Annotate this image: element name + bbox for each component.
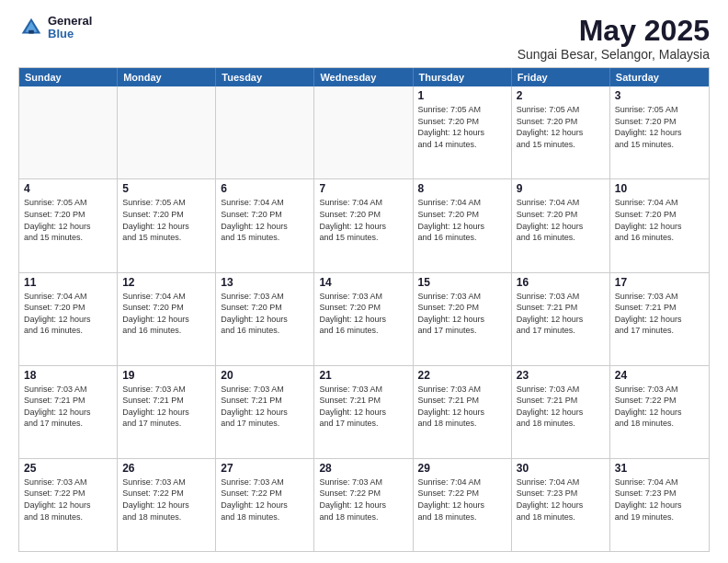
- calendar-day-2: 2Sunrise: 7:05 AMSunset: 7:20 PMDaylight…: [512, 86, 610, 178]
- cell-info-text: Sunrise: 7:03 AM: [517, 384, 605, 396]
- cell-info-text: Daylight: 12 hours: [418, 500, 506, 511]
- cell-info-text: and 18 minutes.: [122, 511, 210, 523]
- cell-info-text: Sunset: 7:20 PM: [319, 302, 407, 314]
- header-day-thursday: Thursday: [414, 68, 512, 86]
- cell-info-text: Sunset: 7:20 PM: [615, 209, 704, 221]
- cell-info-text: Sunset: 7:20 PM: [24, 302, 112, 314]
- calendar-day-4: 4Sunrise: 7:05 AMSunset: 7:20 PMDaylight…: [19, 179, 118, 271]
- calendar-day-16: 16Sunrise: 7:03 AMSunset: 7:21 PMDayligh…: [512, 273, 610, 365]
- cell-info-text: and 18 minutes.: [221, 511, 309, 523]
- cell-info-text: and 15 minutes.: [615, 139, 704, 151]
- cell-info-text: Daylight: 12 hours: [24, 221, 112, 233]
- cell-info-text: Daylight: 12 hours: [615, 221, 704, 233]
- day-number: 11: [24, 276, 112, 289]
- day-number: 26: [122, 462, 210, 475]
- cell-info-text: Sunrise: 7:05 AM: [122, 197, 210, 209]
- cell-info-text: Sunrise: 7:03 AM: [24, 384, 112, 396]
- cell-info-text: Daylight: 12 hours: [319, 314, 407, 326]
- cell-info-text: and 16 minutes.: [418, 232, 506, 244]
- cell-info-text: Sunset: 7:20 PM: [319, 209, 407, 221]
- cell-info-text: Daylight: 12 hours: [517, 221, 605, 233]
- day-number: 4: [24, 182, 112, 195]
- cell-info-text: Sunrise: 7:03 AM: [615, 384, 704, 396]
- day-number: 21: [319, 369, 407, 382]
- cell-info-text: Daylight: 12 hours: [122, 407, 210, 419]
- cell-info-text: Sunset: 7:20 PM: [221, 209, 309, 221]
- calendar-day-12: 12Sunrise: 7:04 AMSunset: 7:20 PMDayligh…: [118, 273, 216, 365]
- cell-info-text: Daylight: 12 hours: [517, 407, 605, 419]
- cell-info-text: Sunrise: 7:04 AM: [517, 197, 605, 209]
- cell-info-text: and 16 minutes.: [319, 325, 407, 337]
- title-block: May 2025 Sungai Besar, Selangor, Malaysi…: [518, 15, 710, 62]
- cell-info-text: Daylight: 12 hours: [615, 407, 704, 419]
- day-number: 25: [24, 462, 112, 475]
- calendar-empty-cell: [118, 86, 216, 178]
- cell-info-text: Sunset: 7:20 PM: [122, 302, 210, 314]
- day-number: 22: [418, 369, 506, 382]
- cell-info-text: and 17 minutes.: [418, 325, 506, 337]
- cell-info-text: Daylight: 12 hours: [615, 500, 704, 511]
- cell-info-text: and 18 minutes.: [418, 511, 506, 523]
- calendar-day-18: 18Sunrise: 7:03 AMSunset: 7:21 PMDayligh…: [19, 366, 118, 458]
- calendar-day-19: 19Sunrise: 7:03 AMSunset: 7:21 PMDayligh…: [118, 366, 216, 458]
- cell-info-text: Sunrise: 7:04 AM: [319, 197, 407, 209]
- cell-info-text: Sunrise: 7:04 AM: [615, 477, 704, 488]
- cell-info-text: Daylight: 12 hours: [122, 500, 210, 511]
- cell-info-text: and 15 minutes.: [319, 232, 407, 244]
- cell-info-text: and 17 minutes.: [122, 418, 210, 430]
- cell-info-text: Daylight: 12 hours: [615, 314, 704, 326]
- day-number: 27: [221, 462, 309, 475]
- cell-info-text: and 18 minutes.: [418, 418, 506, 430]
- cell-info-text: and 18 minutes.: [517, 418, 605, 430]
- cell-info-text: Sunrise: 7:05 AM: [517, 104, 605, 116]
- cell-info-text: Sunrise: 7:03 AM: [517, 291, 605, 303]
- logo-general-text: General: [48, 15, 92, 28]
- day-number: 9: [517, 182, 605, 195]
- cell-info-text: Daylight: 12 hours: [319, 500, 407, 511]
- cell-info-text: Daylight: 12 hours: [221, 500, 309, 511]
- day-number: 31: [615, 462, 704, 475]
- cell-info-text: Sunrise: 7:04 AM: [24, 291, 112, 303]
- day-number: 8: [418, 182, 506, 195]
- calendar-day-29: 29Sunrise: 7:04 AMSunset: 7:22 PMDayligh…: [414, 459, 512, 551]
- logo-icon: [18, 15, 44, 40]
- calendar-day-11: 11Sunrise: 7:04 AMSunset: 7:20 PMDayligh…: [19, 273, 118, 365]
- cell-info-text: Daylight: 12 hours: [517, 500, 605, 511]
- cell-info-text: Daylight: 12 hours: [319, 407, 407, 419]
- cell-info-text: Sunrise: 7:03 AM: [615, 291, 704, 303]
- day-number: 18: [24, 369, 112, 382]
- cell-info-text: Sunrise: 7:05 AM: [24, 197, 112, 209]
- cell-info-text: Daylight: 12 hours: [24, 407, 112, 419]
- day-number: 19: [122, 369, 210, 382]
- calendar-day-9: 9Sunrise: 7:04 AMSunset: 7:20 PMDaylight…: [512, 179, 610, 271]
- day-number: 6: [221, 182, 309, 195]
- cell-info-text: Sunset: 7:20 PM: [418, 116, 506, 128]
- cell-info-text: and 17 minutes.: [319, 418, 407, 430]
- cell-info-text: Daylight: 12 hours: [517, 314, 605, 326]
- day-number: 23: [517, 369, 605, 382]
- cell-info-text: Sunset: 7:20 PM: [221, 302, 309, 314]
- cell-info-text: Daylight: 12 hours: [615, 127, 704, 139]
- logo-blue-text: Blue: [48, 28, 92, 40]
- cell-info-text: and 16 minutes.: [24, 325, 112, 337]
- cell-info-text: Sunset: 7:23 PM: [615, 488, 704, 500]
- cell-info-text: Sunrise: 7:03 AM: [24, 477, 112, 488]
- calendar-day-21: 21Sunrise: 7:03 AMSunset: 7:21 PMDayligh…: [314, 366, 413, 458]
- calendar-empty-cell: [314, 86, 413, 178]
- cell-info-text: Daylight: 12 hours: [122, 221, 210, 233]
- day-number: 10: [615, 182, 704, 195]
- cell-info-text: Sunset: 7:22 PM: [418, 488, 506, 500]
- header-day-tuesday: Tuesday: [216, 68, 314, 86]
- cell-info-text: Daylight: 12 hours: [418, 314, 506, 326]
- cell-info-text: Sunrise: 7:04 AM: [517, 477, 605, 488]
- cell-info-text: Daylight: 12 hours: [418, 127, 506, 139]
- header-day-sunday: Sunday: [19, 68, 118, 86]
- calendar-day-26: 26Sunrise: 7:03 AMSunset: 7:22 PMDayligh…: [118, 459, 216, 551]
- main-title: May 2025: [518, 15, 710, 47]
- calendar-day-23: 23Sunrise: 7:03 AMSunset: 7:21 PMDayligh…: [512, 366, 610, 458]
- cell-info-text: and 14 minutes.: [418, 139, 506, 151]
- cell-info-text: Daylight: 12 hours: [122, 314, 210, 326]
- cell-info-text: and 16 minutes.: [122, 325, 210, 337]
- calendar-body: 1Sunrise: 7:05 AMSunset: 7:20 PMDaylight…: [19, 86, 709, 551]
- cell-info-text: Daylight: 12 hours: [418, 221, 506, 233]
